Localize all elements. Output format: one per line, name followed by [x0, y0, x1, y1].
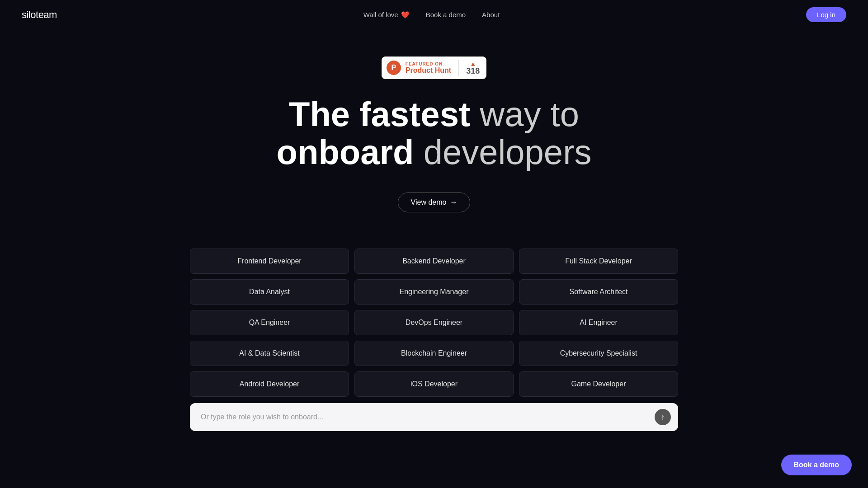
ph-text-block: FEATURED ON Product Hunt — [406, 61, 451, 75]
role-button-ai-engineer[interactable]: AI Engineer — [519, 310, 678, 335]
hero-section: P FEATURED ON Product Hunt ▲ 318 The fas… — [0, 29, 868, 440]
nav-about[interactable]: About — [482, 11, 500, 19]
role-search-input[interactable] — [190, 403, 678, 431]
hero-headline: The fastest way to onboard developers — [277, 95, 592, 171]
role-button-data-analyst[interactable]: Data Analyst — [190, 279, 349, 305]
logo[interactable]: siloteam — [22, 9, 57, 21]
role-button-qa-engineer[interactable]: QA Engineer — [190, 310, 349, 335]
headline-onboard: onboard — [277, 133, 414, 171]
view-demo-arrow-icon: → — [450, 198, 457, 206]
role-button-frontend-developer[interactable]: Frontend Developer — [190, 249, 349, 274]
search-submit-button[interactable]: ↑ — [655, 409, 671, 425]
ph-logo-icon: P — [387, 61, 401, 75]
heart-emoji: ❤️ — [401, 11, 410, 19]
nav-links: Wall of love ❤️ Book a demo About — [363, 11, 500, 19]
login-button[interactable]: Log in — [806, 7, 846, 22]
nav-wall-of-love[interactable]: Wall of love ❤️ — [363, 11, 410, 19]
role-button-ios-developer[interactable]: iOS Developer — [354, 371, 514, 397]
role-button-ai-data-scientist[interactable]: AI & Data Scientist — [190, 341, 349, 366]
role-grid-section: Frontend DeveloperBackend DeveloperFull … — [181, 249, 687, 431]
role-button-cybersecurity-specialist[interactable]: Cybersecurity Specialist — [519, 341, 678, 366]
role-button-engineering-manager[interactable]: Engineering Manager — [354, 279, 514, 305]
nav-book-demo[interactable]: Book a demo — [426, 11, 466, 19]
view-demo-button[interactable]: View demo → — [398, 192, 471, 212]
ph-divider — [458, 60, 459, 76]
arrow-up-icon: ↑ — [661, 413, 665, 422]
logo-text: siloteam — [22, 9, 57, 20]
role-button-devops-engineer[interactable]: DevOps Engineer — [354, 310, 514, 335]
headline-developers: developers — [424, 133, 592, 171]
role-button-android-developer[interactable]: Android Developer — [190, 371, 349, 397]
role-button-full-stack-developer[interactable]: Full Stack Developer — [519, 249, 678, 274]
headline-fastest: The fastest — [289, 95, 470, 133]
ph-product-name: Product Hunt — [406, 66, 451, 75]
role-button-backend-developer[interactable]: Backend Developer — [354, 249, 514, 274]
book-demo-fixed-button[interactable]: Book a demo — [781, 455, 852, 475]
navbar: siloteam Wall of love ❤️ Book a demo Abo… — [0, 0, 868, 29]
product-hunt-badge[interactable]: P FEATURED ON Product Hunt ▲ 318 — [382, 56, 486, 79]
role-grid: Frontend DeveloperBackend DeveloperFull … — [190, 249, 678, 397]
headline-way-to: way to — [480, 95, 579, 133]
role-button-software-architect[interactable]: Software Architect — [519, 279, 678, 305]
view-demo-label: View demo — [411, 198, 447, 206]
search-container: ↑ — [190, 403, 678, 431]
ph-upvote-arrow: ▲ — [470, 61, 476, 67]
ph-featured-label: FEATURED ON — [406, 61, 443, 66]
role-button-game-developer[interactable]: Game Developer — [519, 371, 678, 397]
ph-count: 318 — [466, 67, 480, 75]
ph-count-section: ▲ 318 — [466, 61, 480, 75]
role-button-blockchain-engineer[interactable]: Blockchain Engineer — [354, 341, 514, 366]
